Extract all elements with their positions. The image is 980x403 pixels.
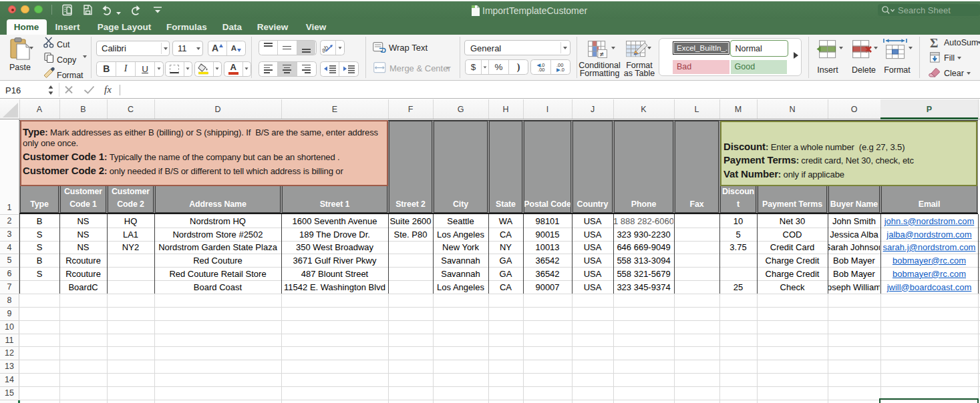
svg-text:≠: ≠ [600,50,604,58]
